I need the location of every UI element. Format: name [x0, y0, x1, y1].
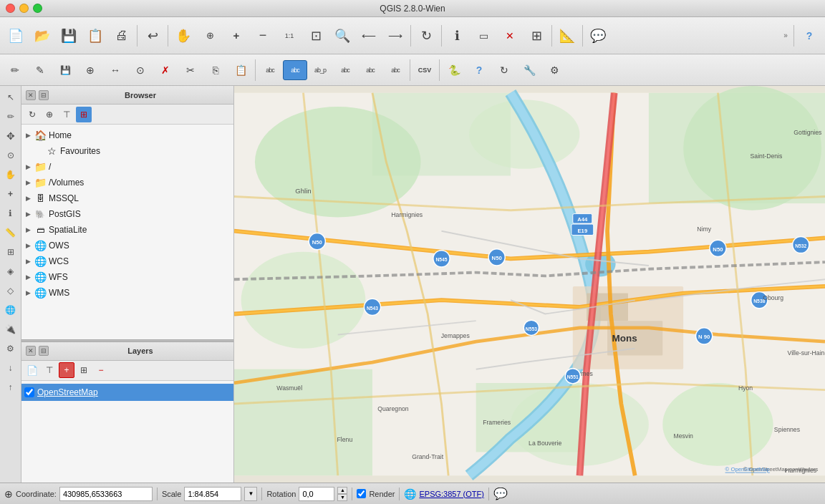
left-icon-arrow-up[interactable]: ↑ [2, 379, 19, 396]
tree-item-ows[interactable]: ▶ 🌐 OWS [21, 238, 233, 253]
crs-label[interactable]: EPSG:3857 (OTF) [419, 490, 483, 498]
measure-button[interactable]: 📐 [554, 23, 580, 49]
copy-features-button[interactable]: ⎘ [203, 60, 228, 80]
map-area[interactable]: N50 N50 N50 E19 A44 N 90 N538 N532 [234, 86, 825, 483]
message-icon[interactable]: 💬 [493, 487, 508, 500]
layers-close-button[interactable]: ✕ [26, 346, 36, 356]
maximize-button[interactable] [33, 4, 42, 13]
label-btn-1[interactable]: abc [258, 60, 282, 80]
tree-item-wfs[interactable]: ▶ 🌐 WFS [21, 269, 233, 285]
rotation-input[interactable] [299, 487, 334, 501]
tree-item-home[interactable]: ▶ 🏠 Home [21, 127, 233, 143]
annotation-button[interactable]: 💬 [585, 23, 611, 49]
plugin-reload-button[interactable]: ↻ [492, 60, 516, 80]
label-btn-2[interactable]: abc [283, 60, 307, 80]
open-button[interactable]: 📂 [29, 23, 55, 49]
left-icon-zoom-in[interactable]: + [2, 185, 19, 203]
layers-remove-btn[interactable]: − [93, 362, 109, 378]
left-icon-grid[interactable]: ⊞ [2, 243, 19, 261]
plugin-help-button[interactable]: ? [467, 60, 491, 80]
select-rect-button[interactable]: ▭ [471, 23, 496, 49]
tree-item-postgis[interactable]: ▶ 🐘 PostGIS [21, 206, 233, 222]
save-button[interactable]: 💾 [56, 23, 82, 49]
layer-checkbox-osm[interactable] [24, 387, 34, 397]
left-icon-plugin[interactable]: 🔌 [2, 321, 19, 338]
browser-tree[interactable]: ▶ 🏠 Home ☆ Favourites ▶ 📁 / [21, 125, 233, 339]
tree-item-spatialite[interactable]: ▶ 🗃 SpatiaLite [21, 222, 233, 238]
paste-features-button[interactable]: 📋 [228, 60, 253, 80]
save-as-button[interactable]: 📋 [82, 23, 108, 49]
tree-item-volumes[interactable]: ▶ 📁 /Volumes [21, 175, 233, 190]
digitize-button[interactable]: ✏ [3, 60, 27, 80]
scale-dropdown-button[interactable]: ▼ [244, 487, 257, 501]
rotation-up-button[interactable]: ▲ [337, 487, 347, 494]
save-edits-button[interactable]: 💾 [53, 60, 77, 80]
browser-refresh-btn[interactable]: ↻ [24, 107, 40, 122]
browser-bookmark-btn[interactable]: ⊞ [76, 107, 92, 122]
tree-item-wms[interactable]: ▶ 🌐 WMS [21, 285, 233, 301]
toolbar-overflow[interactable]: » [780, 23, 791, 49]
tree-item-root[interactable]: ▶ 📁 / [21, 159, 233, 175]
render-checkbox[interactable] [357, 489, 366, 498]
new-button[interactable]: 📄 [3, 23, 29, 49]
browser-float-button[interactable]: ⊟ [39, 90, 49, 100]
zoom-in-button[interactable]: + [223, 23, 249, 49]
left-icon-raster[interactable]: ◈ [2, 263, 19, 280]
left-icon-pencil[interactable]: ✏ [2, 108, 19, 125]
print-button[interactable]: 🖨 [109, 23, 135, 49]
layer-item-osm[interactable]: OpenStreetMap [21, 384, 233, 401]
left-icon-node[interactable]: ⊙ [2, 147, 19, 164]
zoom-full-button[interactable]: 🔍 [329, 23, 355, 49]
delete-selected-button[interactable]: ✗ [153, 60, 178, 80]
left-icon-identify[interactable]: ℹ [2, 205, 19, 222]
label-btn-3[interactable]: ab_p [308, 60, 332, 80]
close-button[interactable] [6, 4, 15, 13]
pan-button[interactable]: ✋ [170, 23, 196, 49]
tree-item-wcs[interactable]: ▶ 🌐 WCS [21, 253, 233, 269]
browser-filter-btn[interactable]: ⊤ [59, 107, 74, 122]
rotation-down-button[interactable]: ▼ [337, 494, 347, 501]
add-feature-button[interactable]: ⊕ [78, 60, 102, 80]
minimize-button[interactable] [19, 4, 29, 13]
left-icon-measure[interactable]: 📏 [2, 224, 19, 241]
browser-add-btn[interactable]: ⊕ [42, 107, 57, 122]
tree-item-favourites[interactable]: ☆ Favourites [21, 143, 233, 159]
zoom-out-button[interactable]: − [250, 23, 276, 49]
move-feature-button[interactable]: ↔ [103, 60, 127, 80]
zoom-next-button[interactable]: ⟶ [382, 23, 408, 49]
undo-button[interactable]: ↩ [140, 23, 165, 49]
left-icon-pan[interactable]: ✋ [2, 166, 19, 183]
scale-input[interactable] [184, 487, 241, 501]
zoom-layer-button[interactable]: ⊡ [303, 23, 329, 49]
plugin-config-button[interactable]: ⚙ [542, 60, 566, 80]
deselect-button[interactable]: ✕ [497, 23, 523, 49]
label-btn-5[interactable]: abc [358, 60, 382, 80]
left-icon-cursor[interactable]: ↖ [2, 89, 19, 106]
layers-filter-btn[interactable]: ⊤ [42, 362, 57, 378]
plugin-settings-button[interactable]: 🔧 [517, 60, 541, 80]
left-icon-settings[interactable]: ⚙ [2, 340, 19, 357]
csv-button[interactable]: CSV [412, 60, 437, 80]
identify-button[interactable]: ℹ [444, 23, 470, 49]
tree-item-mssql[interactable]: ▶ 🗄 MSSQL [21, 190, 233, 206]
touch-zoom-button[interactable]: ⊕ [197, 23, 223, 49]
refresh-button[interactable]: ↻ [413, 23, 439, 49]
zoom-last-button[interactable]: ⟵ [356, 23, 382, 49]
zoom-11-button[interactable]: 1:1 [276, 23, 302, 49]
python-button[interactable]: 🐍 [442, 60, 466, 80]
cut-features-button[interactable]: ✂ [178, 60, 203, 80]
help-button[interactable]: ? [796, 23, 822, 49]
label-btn-6[interactable]: abc [383, 60, 407, 80]
left-icon-vector[interactable]: ◇ [2, 282, 19, 299]
left-icon-wms[interactable]: 🌐 [2, 301, 19, 319]
left-icon-arrow-down[interactable]: ↓ [2, 359, 19, 377]
node-tool-button[interactable]: ⊙ [128, 60, 153, 80]
edit-button[interactable]: ✎ [28, 60, 52, 80]
left-icon-move[interactable]: ✥ [2, 127, 19, 145]
layers-float-button[interactable]: ⊟ [39, 346, 49, 356]
coordinate-input[interactable] [59, 487, 153, 501]
layers-group-btn[interactable]: ⊞ [76, 362, 92, 378]
layers-list[interactable]: OpenStreetMap [21, 381, 233, 483]
layers-open-btn[interactable]: 📄 [24, 362, 40, 378]
open-table-button[interactable]: ⊞ [524, 23, 549, 49]
